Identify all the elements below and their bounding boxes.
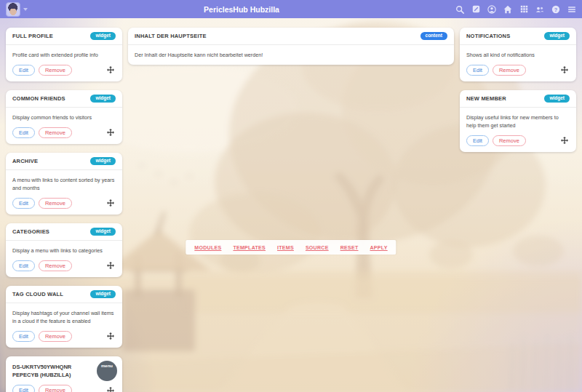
- move-handle-icon[interactable]: [107, 129, 116, 136]
- card-description: Display common friends to visitors: [12, 113, 116, 121]
- account-icon[interactable]: [487, 5, 496, 14]
- top-navbar: PericlesHub Hubzilla ?: [0, 0, 582, 18]
- move-handle-icon[interactable]: [107, 199, 116, 207]
- channel-avatar[interactable]: [6, 2, 20, 17]
- remove-button[interactable]: Remove: [39, 65, 72, 76]
- edit-button[interactable]: Edit: [12, 331, 35, 343]
- card-description: A menu with links to content sorted by y…: [12, 176, 116, 192]
- layout-menu-reset[interactable]: RESET: [340, 245, 359, 250]
- connections-icon[interactable]: [535, 5, 544, 14]
- card-title: NEW MEMBER: [466, 95, 506, 102]
- move-handle-icon[interactable]: [561, 66, 570, 73]
- content-body-text: Der Inhalt der Hauptseite kann nicht bea…: [135, 51, 447, 59]
- card-title: INHALT DER HAUPTSEITE: [135, 33, 207, 39]
- layout-menu-apply[interactable]: APPLY: [370, 245, 387, 250]
- edit-button[interactable]: Edit: [12, 198, 35, 209]
- layout-menu-modules[interactable]: MODULES: [194, 245, 221, 250]
- card-title: NOTIFICATIONS: [466, 33, 510, 39]
- widget-badge: widget: [544, 32, 570, 40]
- layout-menu-items[interactable]: ITEMS: [277, 245, 294, 250]
- layout-menu-source[interactable]: SOURCE: [306, 245, 329, 250]
- move-handle-icon[interactable]: [561, 137, 570, 144]
- remove-button[interactable]: Remove: [493, 135, 526, 147]
- card-title: FULL PROFILE: [12, 33, 53, 39]
- card-title: ARCHIVE: [12, 158, 38, 164]
- edit-button[interactable]: Edit: [12, 260, 35, 272]
- home-icon[interactable]: [503, 5, 512, 14]
- widget-card-notifications: NOTIFICATIONS widget Shows all kind of n…: [460, 28, 576, 81]
- center-column: INHALT DER HAUPTSEITE content Der Inhalt…: [128, 28, 454, 65]
- left-widget-column: FULL PROFILE widget Profile card with ex…: [6, 28, 122, 392]
- card-title: TAG CLOUD WALL: [12, 291, 63, 297]
- navbar-icons: ?: [455, 5, 576, 14]
- card-header: NOTIFICATIONS widget: [460, 28, 576, 45]
- card-header: INHALT DER HAUPTSEITE content: [128, 28, 454, 45]
- layout-editor-menu: MODULES TEMPLATES ITEMS SOURCE RESET APP…: [186, 240, 396, 255]
- remove-button[interactable]: Remove: [493, 65, 526, 76]
- move-handle-icon[interactable]: [107, 66, 116, 73]
- remove-button[interactable]: Remove: [39, 331, 72, 343]
- widget-card-categories: CATEGORIES widget Display a menu with li…: [6, 223, 122, 277]
- widget-badge: widget: [90, 32, 116, 40]
- edit-button[interactable]: Edit: [12, 127, 35, 139]
- remove-button[interactable]: Remove: [39, 127, 72, 139]
- card-description: Profile card with extended profile info: [12, 51, 116, 59]
- menu-bars-icon[interactable]: [567, 5, 576, 14]
- card-header: CATEGORIES widget: [6, 223, 122, 241]
- search-icon[interactable]: [455, 5, 464, 14]
- move-handle-icon[interactable]: [107, 262, 116, 269]
- help-icon[interactable]: ?: [551, 5, 560, 14]
- page: PericlesHub Hubzilla ?: [0, 0, 582, 392]
- edit-button[interactable]: Edit: [12, 65, 35, 76]
- edit-button[interactable]: Edit: [466, 65, 489, 76]
- content-badge: content: [420, 32, 447, 40]
- widget-card-archive: ARCHIVE widget A menu with links to cont…: [6, 153, 122, 215]
- move-handle-icon[interactable]: [107, 332, 116, 340]
- widget-card-common-friends: COMMON FRIENDS widget Display common fri…: [6, 90, 122, 144]
- widget-card-full-profile: FULL PROFILE widget Profile card with ex…: [6, 28, 122, 81]
- content-card-main: INHALT DER HAUPTSEITE content Der Inhalt…: [128, 28, 454, 65]
- edit-button[interactable]: Edit: [12, 385, 35, 392]
- card-description: Display hashtags of your channel wall it…: [12, 309, 116, 325]
- widget-badge: widget: [90, 290, 116, 298]
- remove-button[interactable]: Remove: [39, 198, 72, 209]
- widget-card-new-member: NEW MEMBER widget Display useful links f…: [460, 90, 576, 152]
- menu-badge: menu: [97, 361, 117, 381]
- card-header: FULL PROFILE widget: [6, 28, 122, 45]
- svg-text:?: ?: [554, 6, 558, 12]
- card-header: TAG CLOUD WALL widget: [6, 286, 122, 303]
- card-header: COMMON FRIENDS widget: [6, 90, 122, 108]
- layout-menu-templates[interactable]: TEMPLATES: [233, 245, 266, 250]
- card-description: Display a menu with links to categories: [12, 247, 116, 255]
- card-description: Display useful links for new members to …: [466, 113, 570, 129]
- widget-badge: widget: [90, 157, 116, 165]
- edit-button[interactable]: Edit: [466, 135, 489, 147]
- card-header: NEW MEMBER widget: [460, 90, 576, 108]
- move-handle-icon[interactable]: [107, 387, 116, 392]
- widget-card-tag-cloud-wall: TAG CLOUD WALL widget Display hashtags o…: [6, 286, 122, 348]
- apps-grid-icon[interactable]: [519, 5, 528, 14]
- widget-badge: widget: [90, 228, 116, 236]
- edit-post-icon[interactable]: [471, 5, 480, 14]
- right-widget-column: NOTIFICATIONS widget Shows all kind of n…: [460, 28, 576, 152]
- card-description: Shows all kind of notifications: [466, 51, 570, 59]
- card-title: CATEGORIES: [12, 228, 49, 235]
- site-title: PericlesHub Hubzilla: [28, 5, 455, 14]
- card-header: ARCHIVE widget: [6, 153, 122, 170]
- remove-button[interactable]: Remove: [39, 260, 72, 272]
- widget-badge: widget: [544, 95, 570, 103]
- widget-badge: widget: [90, 95, 116, 103]
- card-title: COMMON FRIENDS: [12, 95, 65, 102]
- remove-button[interactable]: Remove: [39, 385, 72, 392]
- menu-card-pepecyb: DS-UKRTV50YWHQNR PEPECYB (HUBZILLA) menu…: [6, 356, 122, 392]
